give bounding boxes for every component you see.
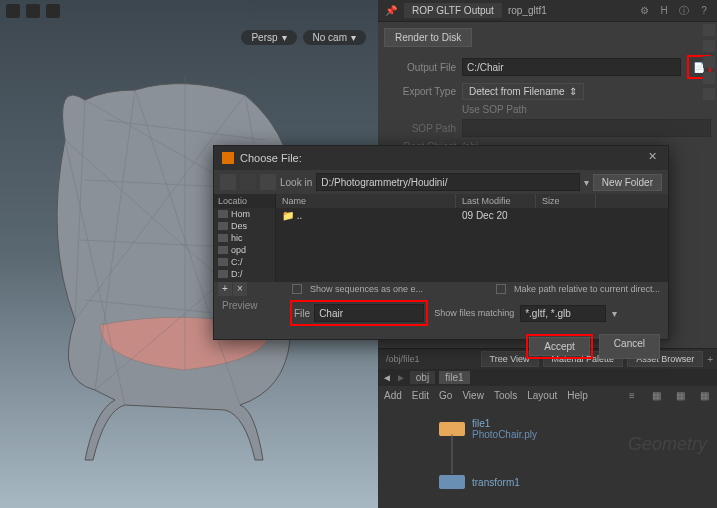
new-folder-button[interactable]: New Folder [593,174,662,191]
path-obj[interactable]: obj [410,371,435,384]
matching-pattern-input[interactable] [520,305,606,322]
nav-back-icon[interactable] [220,174,236,190]
menu-add[interactable]: Add [384,390,402,401]
help-icon[interactable]: ? [697,4,711,18]
locations-header: Locatio [214,194,275,208]
info-icon[interactable]: ⓘ [677,4,691,18]
graph-watermark: Geometry [628,434,707,455]
sop-path-input [462,119,711,137]
cancel-button[interactable]: Cancel [599,334,660,359]
file-row-parent[interactable]: 📁 .. 09 Dec 20 [276,208,668,223]
params-pin-icon[interactable]: 📌 [384,4,398,18]
show-sequences-checkbox[interactable] [292,284,302,294]
persp-dropdown[interactable]: Persp▾ [241,30,296,45]
filename-input[interactable] [314,304,424,322]
graph-tool-icon[interactable]: ▦ [673,388,687,402]
file-label: File [294,308,310,319]
location-c-drive[interactable]: C:/ [214,256,275,268]
lookin-label: Look in [280,177,312,188]
params-node-type: ROP GLTF Output [404,3,502,18]
preview-label: Preview [222,300,258,311]
file-list[interactable]: Name Last Modifie Size 📁 .. 09 Dec 20 [276,194,668,282]
camera-dropdown[interactable]: No cam▾ [303,30,366,45]
show-matching-label: Show files matching [434,308,514,318]
node-transform1[interactable]: transform1 [438,474,520,490]
col-name[interactable]: Name [276,194,456,208]
path-file1[interactable]: file1 [439,371,469,384]
tool-icon[interactable] [703,56,715,68]
menu-help[interactable]: Help [567,390,588,401]
accept-button[interactable]: Accept [529,337,590,356]
lookin-path-input[interactable] [316,173,580,191]
tool-icon[interactable] [703,88,715,100]
menu-tools[interactable]: Tools [494,390,517,401]
viewport-tool-icon[interactable] [6,4,20,18]
make-relative-checkbox[interactable] [496,284,506,294]
tool-icon[interactable] [703,24,715,36]
remove-location-button[interactable]: × [233,282,247,296]
pattern-dropdown-icon[interactable]: ▾ [612,308,617,319]
use-sop-path-toggle[interactable]: Use SOP Path [462,104,527,115]
output-file-label: Output File [384,62,456,73]
houdini-logo-icon [222,152,234,164]
graph-tool-icon[interactable]: ▦ [697,388,711,402]
location-d-drive[interactable]: D:/ [214,268,275,280]
nav-fwd-icon[interactable]: ► [396,372,406,383]
nav-up-icon[interactable] [260,174,276,190]
params-node-name: rop_gltf1 [508,5,547,16]
params-side-toolbar [701,22,717,102]
location-home[interactable]: Hom [214,208,275,220]
make-relative-label: Make path relative to current direct... [514,284,660,294]
render-to-disk-button[interactable]: Render to Disk [384,28,472,47]
file-chooser-dialog: Choose File: ✕ Look in ▾ New Folder Loca… [213,145,669,340]
locations-sidebar: Locatio Hom Des hic opd C:/ D:/ +× [214,194,276,282]
menu-edit[interactable]: Edit [412,390,429,401]
show-sequences-label: Show sequences as one e... [310,284,423,294]
nav-back-icon[interactable]: ◄ [382,372,392,383]
graph-tool-icon[interactable]: ▦ [649,388,663,402]
houdini-icon[interactable]: H [657,4,671,18]
tool-icon[interactable] [703,40,715,52]
add-location-button[interactable]: + [218,282,232,296]
node-graph-canvas[interactable]: Geometry file1 PhotoChair.ply transform1 [378,404,717,508]
node-graph-panel: /obj/file1 Tree View Material Palette As… [378,348,717,508]
graph-tool-icon[interactable]: ≡ [625,388,639,402]
menu-view[interactable]: View [462,390,484,401]
history-dropdown-icon[interactable]: ▾ [584,177,589,188]
menu-layout[interactable]: Layout [527,390,557,401]
tool-icon[interactable] [703,72,715,84]
nav-fwd-icon[interactable] [240,174,256,190]
col-modified[interactable]: Last Modifie [456,194,536,208]
close-button[interactable]: ✕ [644,150,660,166]
location-opd[interactable]: opd [214,244,275,256]
viewport-tool-icon[interactable] [26,4,40,18]
export-type-dropdown[interactable]: Detect from Filename⇕ [462,83,584,100]
output-file-input[interactable] [462,58,681,76]
location-desktop[interactable]: Des [214,220,275,232]
dialog-title: Choose File: [240,152,302,164]
gear-icon[interactable]: ⚙ [637,4,651,18]
viewport-tool-icon[interactable] [46,4,60,18]
menu-go[interactable]: Go [439,390,452,401]
col-size[interactable]: Size [536,194,596,208]
sop-path-label: SOP Path [384,123,456,134]
export-type-label: Export Type [384,86,456,97]
location-hic[interactable]: hic [214,232,275,244]
